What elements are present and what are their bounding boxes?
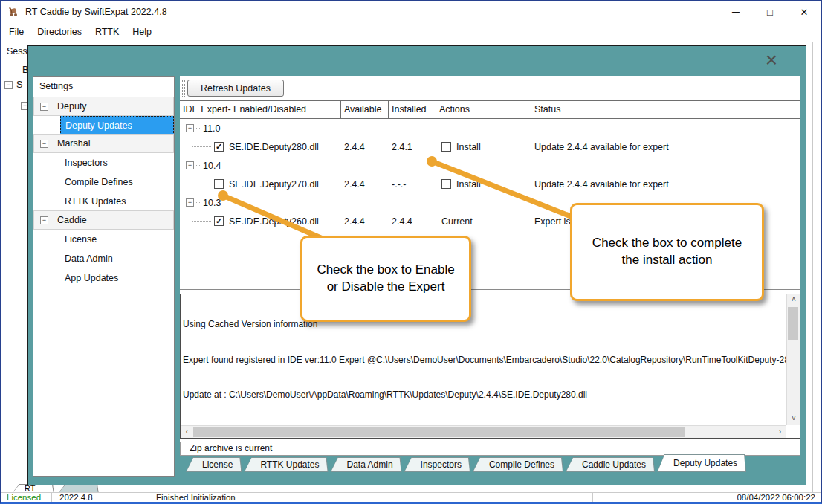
bg-tree-connector [10,63,22,71]
column-header-status[interactable]: Status [531,101,800,118]
status-timestamp: 08/04/2022 06:00:22 [592,493,821,502]
enable-checkbox[interactable]: ✓ [214,216,224,226]
log-text: Using Cached Version information Expert … [183,296,786,424]
minimize-icon[interactable]: ─ [719,1,753,23]
collapse-icon[interactable]: − [186,161,194,169]
menu-help[interactable]: Help [126,23,158,42]
tab-license[interactable]: License [186,457,242,472]
collapse-icon[interactable]: − [186,198,194,207]
install-checkbox[interactable] [441,179,451,189]
titlebar: RT Caddie by SwiftExpat 2022.4.8 ─ □ ✕ [1,1,821,23]
tab-caddie-updates[interactable]: Caddie Updates [566,457,655,472]
close-icon[interactable]: ✕ [787,1,821,23]
horizontal-scrollbar[interactable]: ‹ › [181,425,786,438]
column-header-installed[interactable]: Installed [389,101,436,118]
collapse-icon[interactable]: − [186,124,194,132]
sidebar-item-data-admin[interactable]: Data Admin [33,249,174,268]
vertical-scrollbar[interactable]: ˄ ˅ [786,294,800,425]
sidebar-title: Settings [33,77,174,97]
callout-install-action: Check the box to complete the install ac… [570,203,764,301]
refresh-updates-button[interactable]: Refresh Updates [187,80,284,97]
horizontal-scroll-thumb[interactable] [193,427,685,437]
toolbar-grip-icon[interactable] [182,80,185,97]
install-checkbox[interactable] [441,142,451,152]
vertical-scroll-thumb[interactable] [788,307,798,340]
statusbar: Licensed 2022.4.8 Finished Initializatio… [1,492,821,502]
menu-file[interactable]: File [2,23,30,42]
toolbar: Refresh Updates [180,76,800,100]
column-header-actions[interactable]: Actions [436,101,531,118]
sidebar-item-license[interactable]: License [33,230,174,249]
sidebar-item-app-updates[interactable]: App Updates [33,268,174,288]
window-title: RT Caddie by SwiftExpat 2022.4.8 [25,7,167,17]
callout-enable-expert: Check the box to Enable or Disable the E… [300,236,471,322]
collapse-icon[interactable]: − [40,216,48,224]
scroll-left-icon[interactable]: ‹ [181,426,193,438]
menu-directories[interactable]: Directories [30,23,88,42]
scroll-down-icon[interactable]: ˅ [787,413,800,425]
group-row-11.0[interactable]: − 11.0 [180,119,800,138]
sidebar-item-rttk-updates[interactable]: RTTK Updates [33,192,174,211]
sidebar-item-inspectors[interactable]: Inspectors [33,153,174,172]
column-header-expert[interactable]: IDE Expert- Enabled/Disabled [180,101,341,118]
enable-checkbox[interactable]: ✓ [214,142,224,152]
app-icon [7,6,19,18]
sidebar-item-compile-defines[interactable]: Compile Defines [33,172,174,192]
window-controls: ─ □ ✕ [719,1,821,23]
scroll-up-icon[interactable]: ˄ [787,294,800,306]
scroll-right-icon[interactable]: › [774,426,786,438]
status-message: Finished Initialization [149,493,592,502]
status-license: Licensed [1,493,51,502]
enable-checkbox[interactable] [214,179,224,189]
column-header-available[interactable]: Available [341,101,389,118]
tab-inspectors[interactable]: Inspectors [404,457,470,472]
table-row-deputy280[interactable]: ✓ SE.IDE.Deputy280.dll 2.4.4 2.4.1 Insta… [180,138,800,156]
collapse-icon[interactable]: − [40,103,48,111]
bg-collapse-icon[interactable]: − [4,81,13,89]
log-panel: Using Cached Version information Expert … [180,294,800,439]
tab-deputy-updates[interactable]: Deputy Updates [657,454,746,472]
app-window: RT Caddie by SwiftExpat 2022.4.8 ─ □ ✕ F… [0,0,822,504]
tab-data-admin[interactable]: Data Admin [331,457,402,472]
sidebar-group-deputy[interactable]: − Deputy [33,97,174,116]
sidebar-group-caddie[interactable]: − Caddie [33,210,174,230]
bg-tree-item[interactable]: S [16,80,22,90]
tab-rttk-updates[interactable]: RTTK Updates [244,457,328,472]
bg-panel-divider [812,42,813,492]
table-header: IDE Expert- Enabled/Disabled Available I… [180,100,800,119]
settings-sidebar: Settings − Deputy Deputy Updates − Marsh… [33,76,175,477]
menubar: File Directories RTTK Help [1,23,821,42]
tab-compile-defines[interactable]: Compile Defines [473,457,563,472]
maximize-icon[interactable]: □ [753,1,787,23]
menu-rttk[interactable]: RTTK [88,23,126,42]
sidebar-group-marshal[interactable]: − Marshal [33,134,174,153]
status-version: 2022.4.8 [51,493,149,502]
sidebar-item-deputy-updates[interactable]: Deputy Updates [60,116,174,135]
table-row-deputy270[interactable]: SE.IDE.Deputy270.dll 2.4.4 -.-.- Install… [180,175,800,193]
group-row-10.4[interactable]: − 10.4 [180,156,800,175]
collapse-icon[interactable]: − [40,140,48,148]
dialog-tab-strip: License RTTK Updates Data Admin Inspecto… [186,454,746,472]
dialog-close-icon[interactable]: × [760,49,783,73]
